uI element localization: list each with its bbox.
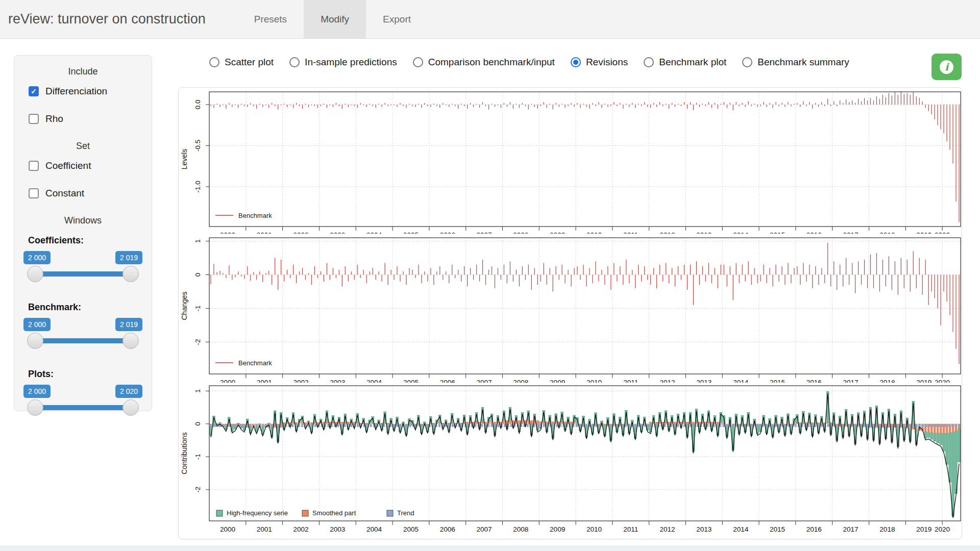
svg-text:Contributions: Contributions — [180, 432, 188, 474]
svg-text:2010: 2010 — [586, 525, 602, 533]
svg-text:2016: 2016 — [806, 231, 822, 234]
slider-handle-right[interactable] — [122, 333, 139, 349]
slider-label: Plots: — [28, 369, 142, 380]
checkbox-differenciation[interactable]: ✓Differenciation — [29, 85, 152, 97]
checkbox-coefficient[interactable]: Coefficient — [29, 160, 152, 172]
slider-handle-left[interactable] — [27, 399, 43, 416]
svg-text:2019: 2019 — [916, 525, 932, 533]
svg-text:2014: 2014 — [733, 525, 749, 533]
svg-text:-2: -2 — [194, 487, 202, 493]
tab-modify[interactable]: Modify — [304, 0, 366, 38]
tab-presets[interactable]: Presets — [237, 0, 304, 38]
svg-text:2019: 2019 — [916, 231, 932, 234]
svg-text:0: 0 — [194, 273, 202, 277]
radio-button-icon — [209, 57, 219, 67]
svg-text:2002: 2002 — [293, 231, 308, 234]
svg-text:2015: 2015 — [770, 525, 785, 533]
checkbox-label: Differenciation — [45, 86, 107, 97]
set-heading: Set — [14, 140, 152, 152]
radio-scatter-plot[interactable]: Scatter plot — [209, 57, 274, 68]
radio-comparison-benchmark-input[interactable]: Comparison benchmark/input — [413, 57, 555, 68]
radio-button-icon — [289, 57, 300, 67]
slider-label: Benchmark: — [28, 302, 142, 313]
svg-text:2014: 2014 — [733, 231, 749, 234]
svg-text:2008: 2008 — [513, 379, 528, 383]
svg-text:2000: 2000 — [220, 231, 235, 234]
svg-text:Trend: Trend — [397, 509, 414, 517]
radio-benchmark-plot[interactable]: Benchmark plot — [644, 57, 726, 68]
svg-text:2004: 2004 — [366, 231, 382, 234]
range-slider: 2 0002 020 — [23, 385, 142, 424]
app-title: reView: turnover on construction — [8, 11, 206, 27]
slider-handle-left[interactable] — [27, 333, 43, 349]
checkbox-rho[interactable]: Rho — [29, 113, 152, 125]
slider-handle-right[interactable] — [122, 266, 139, 282]
slider-value-to: 2 019 — [115, 251, 142, 264]
svg-text:2007: 2007 — [477, 525, 492, 533]
svg-text:Benchmark: Benchmark — [238, 212, 272, 219]
svg-text:2001: 2001 — [257, 379, 272, 383]
svg-text:2001: 2001 — [257, 231, 272, 234]
svg-text:2012: 2012 — [660, 379, 675, 383]
slider-track[interactable] — [31, 271, 135, 277]
slider-track[interactable] — [31, 338, 135, 343]
slider-handle-left[interactable] — [27, 266, 43, 282]
svg-text:2020: 2020 — [935, 379, 950, 383]
slider-plots: Plots:2 0002 020 — [23, 369, 142, 424]
svg-text:-1.0: -1.0 — [194, 181, 202, 192]
svg-text:2003: 2003 — [330, 379, 345, 383]
svg-text:2018: 2018 — [879, 525, 895, 533]
svg-text:2012: 2012 — [660, 231, 675, 234]
svg-text:2007: 2007 — [477, 379, 492, 383]
slider-value-from: 2 000 — [23, 385, 51, 398]
checkbox-constant[interactable]: Constant — [29, 187, 152, 199]
contributions-chart: High-frequency serieSmoothed partTrend10… — [180, 384, 962, 534]
slider-track[interactable] — [31, 405, 135, 410]
svg-text:-1: -1 — [194, 454, 202, 460]
svg-text:2019: 2019 — [916, 379, 932, 383]
svg-text:2002: 2002 — [293, 525, 308, 533]
svg-text:2011: 2011 — [623, 379, 638, 383]
info-button[interactable]: i — [932, 54, 962, 80]
changes-chart: Benchmark10-1-2Changes200020012002200320… — [180, 235, 962, 383]
slider-handle-right[interactable] — [122, 399, 139, 416]
checkbox-icon — [29, 114, 39, 124]
svg-text:1: 1 — [194, 239, 202, 243]
svg-text:2002: 2002 — [293, 379, 308, 383]
svg-text:2020: 2020 — [935, 525, 950, 533]
tab-export[interactable]: Export — [366, 0, 428, 38]
svg-text:2005: 2005 — [403, 525, 419, 533]
svg-text:High-frequency serie: High-frequency serie — [227, 509, 288, 517]
radio-revisions[interactable]: Revisions — [571, 57, 628, 68]
bottom-strip — [0, 545, 980, 551]
svg-text:2003: 2003 — [330, 231, 345, 234]
svg-text:2009: 2009 — [550, 379, 565, 383]
svg-text:2016: 2016 — [806, 525, 822, 533]
app-header: reView: turnover on construction Presets… — [0, 0, 980, 39]
svg-text:2009: 2009 — [550, 525, 565, 533]
svg-text:2015: 2015 — [770, 231, 785, 234]
radio-label: Benchmark plot — [659, 57, 726, 68]
radio-in-sample-predictions[interactable]: In-sample predictions — [289, 57, 397, 68]
svg-text:2011: 2011 — [623, 231, 638, 234]
svg-text:2012: 2012 — [660, 525, 675, 533]
header-tabs: PresetsModifyExport — [237, 0, 428, 38]
svg-text:2008: 2008 — [513, 525, 528, 533]
include-checkbox-group: ✓DifferenciationRho — [14, 85, 152, 125]
slider-label: Coefficients: — [28, 235, 142, 246]
svg-text:2017: 2017 — [843, 231, 859, 234]
levels-chart: Benchmark0.0-0.5-1.0Levels20002001200220… — [180, 90, 962, 234]
checkbox-icon — [29, 188, 39, 198]
svg-text:2014: 2014 — [733, 379, 749, 383]
radio-benchmark-summary[interactable]: Benchmark summary — [742, 57, 849, 68]
svg-text:2000: 2000 — [220, 525, 235, 533]
set-checkbox-group: CoefficientConstant — [14, 160, 152, 199]
svg-text:2017: 2017 — [843, 379, 859, 383]
svg-text:-1: -1 — [194, 305, 202, 311]
checkbox-icon — [29, 161, 39, 171]
svg-text:2004: 2004 — [366, 379, 382, 383]
check-icon: ✓ — [31, 88, 37, 95]
svg-text:2013: 2013 — [696, 525, 712, 533]
svg-text:2005: 2005 — [403, 231, 419, 234]
slider-value-from: 2 000 — [23, 318, 51, 331]
